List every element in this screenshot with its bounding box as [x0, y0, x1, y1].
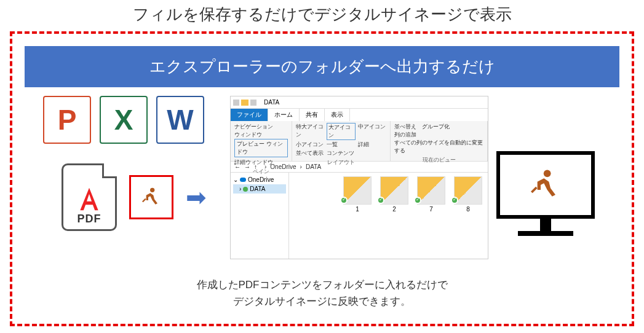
- main-frame: エクスプローラーのフォルダーへ出力するだけ P X W PDF ➡: [10, 31, 634, 326]
- sync-ok-icon: [243, 187, 248, 192]
- tab-home[interactable]: ホーム: [268, 109, 300, 121]
- arrow-icon: ➡: [186, 183, 207, 211]
- monitor-screen: [496, 151, 595, 219]
- word-icon: W: [156, 96, 204, 144]
- monitor-base: [518, 231, 573, 236]
- explorer-titlebar: DATA: [231, 96, 488, 109]
- file-item[interactable]: 8: [452, 176, 484, 213]
- sort-button[interactable]: 並べ替え: [394, 123, 416, 130]
- window-title: DATA: [264, 99, 279, 106]
- footer-line2: デジタルサイネージに反映できます。: [25, 293, 619, 310]
- tree-data[interactable]: › DATA: [233, 184, 286, 194]
- pdf-label: PDF: [78, 213, 101, 225]
- excel-icon: X: [100, 96, 148, 144]
- sync-check-icon: [340, 197, 348, 204]
- ribbon: ナビゲーション ウィンドウ プレビュー ウィンドウ 詳細ウィンドウ ペイン 特大…: [231, 121, 488, 162]
- page-title: フィルを保存するだけでデジタルサイネージで表示: [0, 0, 644, 31]
- ribbon-tabs: ファイル ホーム 共有 表示: [231, 109, 488, 121]
- path-fwd-icon[interactable]: →: [244, 163, 250, 170]
- tree-data-label: DATA: [250, 186, 265, 192]
- small-icons-button[interactable]: 小アイコン: [296, 141, 324, 149]
- signage-small-box: [129, 175, 173, 219]
- construction-worker-icon: [526, 165, 565, 205]
- file-name: 8: [452, 206, 484, 213]
- tree-onedrive[interactable]: ⌄ OneDrive: [233, 175, 286, 184]
- file-name: 7: [415, 206, 447, 213]
- tile-button[interactable]: 並べて表示: [296, 149, 324, 157]
- content-area: P X W PDF ➡ DATA ファイル: [25, 96, 619, 274]
- tab-view[interactable]: 表示: [325, 109, 350, 121]
- page-fold-icon: [102, 163, 117, 178]
- explorer-window: DATA ファイル ホーム 共有 表示 ナビゲーション ウィンドウ プレビュー …: [230, 96, 488, 259]
- powerpoint-icon: P: [43, 96, 91, 144]
- files-pane[interactable]: 1 2 7 8: [289, 173, 488, 259]
- sync-check-icon: [377, 197, 384, 204]
- content-button[interactable]: コンテンツ: [327, 149, 355, 157]
- sync-check-icon: [451, 197, 458, 204]
- details-button[interactable]: 詳細: [358, 141, 386, 149]
- list-button[interactable]: 一覧: [327, 141, 355, 149]
- path-up-icon[interactable]: ↑: [254, 163, 257, 170]
- pdf-group: PDF ➡: [62, 163, 207, 231]
- cloud-icon: [240, 178, 246, 182]
- window-menu-icon[interactable]: [233, 100, 239, 106]
- office-icons-row: P X W: [43, 96, 204, 144]
- folder-icon: [241, 100, 248, 106]
- add-column-button[interactable]: 列の追加: [394, 131, 483, 139]
- monitor-stand: [540, 219, 551, 231]
- ribbon-section-view: 現在のビュー: [394, 156, 483, 164]
- file-item[interactable]: 7: [415, 176, 447, 213]
- path-folder[interactable]: DATA: [306, 163, 321, 170]
- path-sep1: ›: [264, 163, 266, 170]
- svg-point-0: [150, 188, 154, 192]
- tab-share[interactable]: 共有: [300, 109, 325, 121]
- tab-file[interactable]: ファイル: [231, 109, 268, 121]
- adobe-a-icon: [76, 186, 103, 213]
- construction-worker-icon: [139, 185, 164, 210]
- file-name: 2: [378, 206, 410, 213]
- chevron-down-icon: ⌄: [233, 176, 238, 183]
- titlebar-icon: [250, 100, 256, 106]
- monitor: [496, 151, 595, 236]
- preview-pane-button[interactable]: プレビュー ウィンドウ: [234, 139, 288, 157]
- group-button[interactable]: グループ化: [422, 123, 450, 130]
- pdf-icon: PDF: [62, 163, 117, 231]
- medium-icons-button[interactable]: 中アイコン: [358, 123, 386, 140]
- path-sep2: ›: [300, 163, 302, 170]
- banner: エクスプローラーのフォルダーへ出力するだけ: [25, 46, 619, 87]
- nav-tree: ⌄ OneDrive › DATA: [231, 173, 289, 259]
- svg-point-1: [544, 170, 551, 177]
- autosize-button[interactable]: すべての列のサイズを自動的に変更する: [394, 139, 483, 155]
- chevron-right-icon: ›: [239, 186, 241, 192]
- explorer-body: ⌄ OneDrive › DATA 1 2 7 8: [231, 173, 488, 259]
- nav-pane-button[interactable]: ナビゲーション ウィンドウ: [234, 123, 288, 139]
- path-root[interactable]: OneDrive: [270, 163, 296, 170]
- exlarge-icons-button[interactable]: 特大アイコン: [296, 123, 324, 140]
- file-item[interactable]: 1: [341, 176, 373, 213]
- footer-line1: 作成したPDFコンテンツをフォルダーに入れるだけで: [25, 276, 619, 293]
- file-name: 1: [341, 206, 373, 213]
- file-item[interactable]: 2: [378, 176, 410, 213]
- path-back-icon[interactable]: ←: [234, 163, 241, 170]
- large-icons-button[interactable]: 大アイコン: [327, 123, 355, 140]
- footer-text: 作成したPDFコンテンツをフォルダーに入れるだけで デジタルサイネージに反映でき…: [25, 276, 619, 310]
- sync-check-icon: [414, 197, 421, 204]
- tree-onedrive-label: OneDrive: [248, 176, 274, 183]
